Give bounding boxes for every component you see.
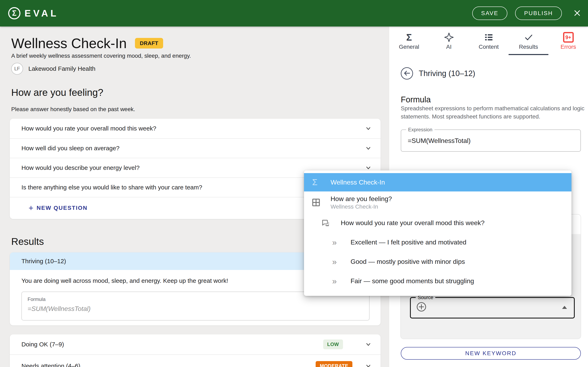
sigma-icon: Σ	[406, 32, 412, 42]
dropdown-open-caret-icon[interactable]	[562, 306, 567, 309]
severity-badge-low: LOW	[323, 340, 343, 349]
severity-badge-moderate: MODERATE	[316, 361, 352, 367]
source-dropdown-menu: Σ Wellness Check-In How are you feeling?…	[304, 170, 571, 296]
result-label: Needs attention (4–6)	[21, 363, 310, 367]
sigma-logo-icon: Σ	[8, 7, 20, 19]
results-section-title: Results	[11, 236, 44, 247]
tab-label: Content	[479, 44, 499, 50]
formula-section-description: Spreadsheet expressions to perform mathe…	[401, 104, 586, 121]
panel-tabs: Σ General AI Content	[389, 32, 588, 50]
dropdown-item-label: Wellness Check-In	[330, 179, 385, 186]
result-detail-title: Thriving (10–12)	[419, 69, 475, 78]
dropdown-item-label: How would you rate your overall mood thi…	[341, 219, 484, 227]
section-subtitle: Please answer honestly based on the past…	[11, 106, 135, 113]
publish-button[interactable]: PUBLISH	[515, 7, 562, 20]
plus-icon: +	[29, 204, 33, 212]
new-keyword-button[interactable]: NEW KEYWORD	[401, 347, 581, 360]
check-icon	[524, 32, 534, 42]
dropdown-item-question[interactable]: How would you rate your overall mood thi…	[304, 213, 571, 233]
chevron-down-icon	[365, 145, 372, 152]
chevron-down-icon	[365, 362, 372, 367]
tab-content[interactable]: Content	[469, 32, 509, 50]
dropdown-item-label: Good — mostly positive with minor dips	[351, 258, 465, 266]
tab-general[interactable]: Σ General	[389, 32, 429, 50]
brand: Σ EVAL	[8, 7, 59, 19]
tab-ai[interactable]: AI	[429, 32, 469, 50]
avatar: LF	[11, 63, 23, 75]
tab-label: AI	[446, 44, 451, 50]
result-row-needs-attention[interactable]: Needs attention (4–6) MODERATE	[10, 354, 380, 367]
dropdown-item-option-excellent[interactable]: » Excellent — I felt positive and motiva…	[304, 233, 571, 252]
question-label: How would you rate your overall mood thi…	[21, 125, 365, 132]
result-card-collapsed: Doing OK (7–9) LOW Needs attention (4–6)…	[10, 334, 380, 367]
dropdown-item-option-fair[interactable]: » Fair — some good moments but strugglin…	[304, 271, 571, 291]
dropdown-item-label: Excellent — I felt positive and motivate…	[351, 239, 466, 246]
close-button[interactable]	[572, 8, 582, 18]
dropdown-item-section[interactable]: How are you feeling? Wellness Check-In	[304, 192, 571, 213]
result-label: Doing OK (7–9)	[21, 341, 317, 348]
list-icon	[484, 32, 494, 42]
formula-section-title: Formula	[401, 95, 431, 104]
arrow-left-icon	[403, 69, 411, 78]
double-chevron-icon: »	[332, 258, 351, 266]
new-question-label: NEW QUESTION	[36, 205, 87, 211]
expression-field-label: Expression	[408, 127, 432, 132]
grid-icon	[311, 198, 330, 207]
page-title: Wellness Check-In	[11, 35, 127, 52]
organization-name: Lakewood Family Health	[28, 65, 95, 72]
dropdown-item-label: Fair — some good moments but struggling	[351, 277, 474, 285]
app-window: Σ EVAL SAVE PUBLISH Wellness Check-In DR…	[0, 0, 588, 367]
chevron-down-icon	[365, 341, 372, 348]
back-button[interactable]	[401, 67, 413, 80]
top-bar: Σ EVAL SAVE PUBLISH	[0, 0, 588, 26]
chat-icon	[321, 219, 341, 227]
close-icon	[572, 8, 582, 18]
result-detail-header: Thriving (10–12)	[401, 67, 475, 80]
plus-circle-icon[interactable]	[416, 301, 427, 313]
double-chevron-icon: »	[332, 238, 351, 247]
nine-plus-errors-icon: 9+	[563, 32, 574, 42]
source-select[interactable]: Source	[410, 295, 575, 318]
formula-input-placeholder: =SUM(WellnessTotal)	[27, 305, 363, 313]
tab-label: Errors	[561, 44, 576, 50]
expression-field[interactable]: Expression =SUM(WellnessTotal)	[401, 127, 581, 152]
tab-label: General	[399, 44, 419, 50]
dropdown-item-option-good[interactable]: » Good — mostly positive with minor dips	[304, 252, 571, 271]
organization-row: LF Lakewood Family Health	[11, 63, 95, 75]
result-row-doing-ok[interactable]: Doing OK (7–9) LOW	[10, 334, 380, 354]
sparkle-icon	[444, 32, 454, 42]
save-button[interactable]: SAVE	[472, 7, 508, 20]
dropdown-item-sublabel: Wellness Check-In	[330, 203, 392, 210]
form-title-row: Wellness Check-In DRAFT	[11, 35, 163, 52]
question-label: How well did you sleep on average?	[21, 145, 365, 152]
form-description: A brief weekly wellness assessment cover…	[11, 53, 191, 59]
sigma-icon: Σ	[312, 177, 330, 187]
question-row-sleep[interactable]: How well did you sleep on average?	[10, 138, 380, 158]
tab-label: Results	[519, 44, 538, 50]
formula-input[interactable]: Formula =SUM(WellnessTotal)	[21, 292, 370, 320]
top-bar-actions: SAVE PUBLISH	[472, 7, 582, 20]
expression-field-value[interactable]: =SUM(WellnessTotal)	[401, 133, 580, 145]
tab-errors[interactable]: 9+ Errors	[548, 32, 588, 50]
status-badge: DRAFT	[135, 38, 163, 49]
dropdown-item-label: How are you feeling?	[330, 195, 392, 203]
tab-results[interactable]: Results	[509, 32, 548, 50]
section-title: How are you feeling?	[11, 87, 103, 98]
dropdown-item-form[interactable]: Σ Wellness Check-In	[304, 173, 571, 192]
question-row-mood[interactable]: How would you rate your overall mood thi…	[10, 119, 380, 138]
double-chevron-icon: »	[332, 277, 351, 285]
chevron-down-icon	[365, 125, 372, 132]
question-label: How would you describe your energy level…	[21, 164, 365, 171]
active-tab-indicator	[509, 54, 548, 55]
brand-name: EVAL	[25, 8, 59, 19]
formula-input-label: Formula	[27, 296, 363, 302]
